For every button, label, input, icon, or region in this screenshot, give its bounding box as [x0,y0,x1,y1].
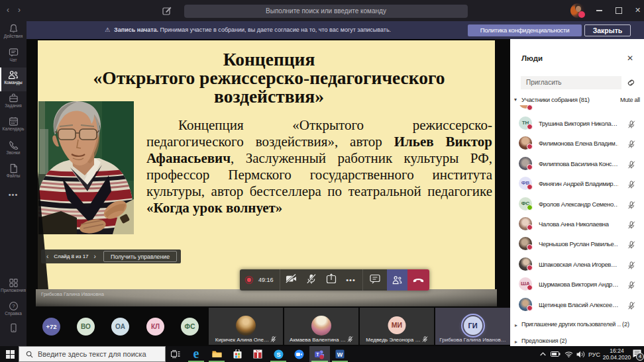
svg-text:S: S [276,351,280,358]
svg-text:W: W [337,351,343,358]
svg-text:?: ? [12,303,15,309]
svg-text:T: T [316,351,319,356]
